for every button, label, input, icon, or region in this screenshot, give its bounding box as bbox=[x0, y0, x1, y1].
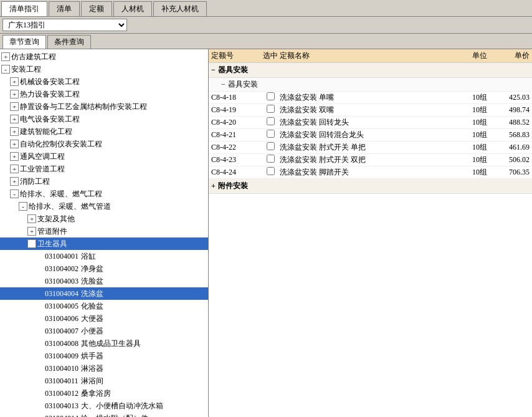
data-row-0[interactable]: C8-4-18洗涤盆安装 单嘴10组425.03 bbox=[209, 92, 532, 104]
tree-label-xiaobian: 小便器 bbox=[81, 325, 103, 337]
expander-zhineng[interactable]: + bbox=[10, 127, 19, 136]
section-expander-1[interactable]: + bbox=[211, 181, 216, 191]
tree-item-jixie[interactable]: +机械设备安装工程 bbox=[0, 75, 208, 88]
tree-label-jingshen: 净身盆 bbox=[81, 263, 103, 274]
tree-code-linyujian: 031004011 bbox=[45, 375, 78, 386]
expander-fujian[interactable]: + bbox=[27, 227, 36, 236]
data-row-5[interactable]: C8-4-23洗涤盆安装 肘式开关 双把10组506.02 bbox=[209, 154, 532, 166]
tree-code-bianchangxiang: 031004013 bbox=[45, 400, 78, 411]
sub-expander-0-0[interactable]: − bbox=[221, 80, 226, 89]
tree-code-xidi: 031004004 bbox=[45, 288, 78, 299]
tree-item-linyujian[interactable]: 031004011淋浴间 bbox=[0, 375, 208, 387]
row-unit-2: 10组 bbox=[467, 117, 492, 128]
tree-item-xiaofang[interactable]: +消防工程 bbox=[0, 175, 208, 188]
tree-code-xilian: 031004003 bbox=[45, 276, 78, 287]
tree-item-paishui[interactable]: -给排水、采暖、燃气工程 bbox=[0, 188, 208, 200]
tree-item-zhijia[interactable]: +支架及其他 bbox=[0, 213, 208, 225]
province-select[interactable]: 广东13指引 bbox=[2, 19, 127, 31]
section-header-0[interactable]: −器具安装 bbox=[209, 63, 532, 78]
tab-qingdan[interactable]: 清单 bbox=[49, 1, 80, 16]
tree-item-huayan[interactable]: 031004005化验盆 bbox=[0, 300, 208, 312]
row-checkbox-0[interactable] bbox=[261, 92, 280, 103]
data-row-2[interactable]: C8-4-20洗涤盆安装 回转龙头10组488.52 bbox=[209, 117, 532, 129]
expander-jixie[interactable]: + bbox=[10, 77, 19, 86]
tree-label-zidonghua: 自动化控制仪表安装工程 bbox=[20, 138, 102, 150]
tree-item-zhineng[interactable]: +建筑智能化工程 bbox=[0, 125, 208, 138]
tab-buchong-rencaiji[interactable]: 补充人材机 bbox=[153, 1, 207, 16]
expander-weisheng[interactable]: - bbox=[27, 239, 36, 248]
header-price: 单价 bbox=[492, 50, 530, 61]
expander-xiaofang[interactable]: + bbox=[10, 177, 19, 186]
tree-item-xilian[interactable]: 031004003洗脸盆 bbox=[0, 275, 208, 287]
row-checkbox-3[interactable] bbox=[261, 130, 280, 140]
tree-item-jingzhi[interactable]: +静置设备与工艺金属结构制作安装工程 bbox=[0, 100, 208, 113]
tree-item-fanggu[interactable]: +仿古建筑工程 bbox=[0, 50, 208, 63]
expander-reli[interactable]: + bbox=[10, 90, 19, 98]
tree-item-weisheng[interactable]: -卫生器具 bbox=[0, 237, 208, 250]
row-checkbox-4[interactable] bbox=[261, 142, 280, 153]
tree-code-dabian: 031004006 bbox=[45, 313, 78, 324]
tree-item-bianchangxiang[interactable]: 031004013大、小便槽自动冲洗水箱 bbox=[0, 400, 208, 412]
section-header-1[interactable]: +附件安装 bbox=[209, 179, 532, 194]
data-row-4[interactable]: C8-4-22洗涤盆安装 肘式开关 单把10组461.69 bbox=[209, 141, 532, 154]
tab-rencaiji[interactable]: 人材机 bbox=[113, 1, 152, 16]
tree-item-qita[interactable]: 031004008其他成品卫生器具 bbox=[0, 337, 208, 350]
row-code-1: C8-4-19 bbox=[211, 105, 261, 115]
tab-dinge[interactable]: 定额 bbox=[81, 1, 112, 16]
tree-code-jingshen: 031004002 bbox=[45, 263, 78, 274]
expander-paishui[interactable]: - bbox=[10, 189, 19, 198]
expander-gongye[interactable]: + bbox=[10, 165, 19, 173]
row-checkbox-5[interactable] bbox=[261, 155, 280, 165]
tree-item-xiaobian[interactable]: 031004007小便器 bbox=[0, 325, 208, 337]
tree-label-paishui: 给排水、采暖、燃气工程 bbox=[20, 188, 102, 199]
row-checkbox-1[interactable] bbox=[261, 105, 280, 115]
expander-guandao[interactable]: - bbox=[19, 202, 27, 211]
expander-zidonghua[interactable]: + bbox=[10, 140, 19, 148]
province-row: 广东13指引 bbox=[0, 17, 532, 34]
tree-item-dianqi[interactable]: +电气设备安装工程 bbox=[0, 113, 208, 125]
tree-item-guandao[interactable]: -给排水、采暖、燃气管道 bbox=[0, 200, 208, 213]
expander-dianqi[interactable]: + bbox=[10, 115, 19, 123]
tree-item-reli[interactable]: +热力设备安装工程 bbox=[0, 88, 208, 100]
tree-item-sangna[interactable]: 031004012桑拿浴房 bbox=[0, 387, 208, 400]
tree-label-yugong: 浴缸 bbox=[81, 251, 96, 262]
tree-item-gongye[interactable]: +工业管道工程 bbox=[0, 163, 208, 175]
expander-fanggu[interactable]: + bbox=[1, 52, 10, 61]
row-unit-1: 10组 bbox=[467, 105, 492, 115]
tree-item-hongshou[interactable]: 031004009烘手器 bbox=[0, 350, 208, 362]
row-code-2: C8-4-20 bbox=[211, 118, 261, 127]
row-code-6: C8-4-24 bbox=[211, 168, 261, 177]
tab-chapter-search[interactable]: 章节查询 bbox=[2, 35, 46, 49]
tree-item-linyuqi[interactable]: 031004010淋浴器 bbox=[0, 362, 208, 375]
expander-jingzhi[interactable]: + bbox=[10, 102, 19, 111]
tree-item-peijian[interactable]: 031004014给、排水附（配）件 bbox=[0, 412, 208, 417]
tree-item-anzhuang[interactable]: -安装工程 bbox=[0, 63, 208, 75]
expander-zhijia[interactable]: + bbox=[27, 214, 36, 223]
tree-label-fujian: 管道附件 bbox=[37, 226, 67, 237]
tree-item-zidonghua[interactable]: +自动化控制仪表安装工程 bbox=[0, 138, 208, 150]
data-row-1[interactable]: C8-4-19洗涤盆安装 双嘴10组498.74 bbox=[209, 104, 532, 117]
tree-item-jingshen[interactable]: 031004002净身盆 bbox=[0, 262, 208, 275]
expander-kongtiao[interactable]: + bbox=[10, 152, 19, 161]
sub-section-header-0-0[interactable]: −器具安装 bbox=[209, 78, 532, 92]
tree-container: +仿古建筑工程-安装工程+机械设备安装工程+热力设备安装工程+静置设备与工艺金属… bbox=[0, 49, 208, 417]
tree-label-peijian: 给、排水附（配）件 bbox=[81, 413, 148, 417]
row-checkbox-6[interactable] bbox=[261, 167, 280, 178]
tab-condition-search[interactable]: 条件查询 bbox=[47, 35, 91, 49]
tab-qingdan-zhiyin[interactable]: 清单指引 bbox=[1, 1, 47, 16]
data-row-3[interactable]: C8-4-21洗涤盆安装 回转混合龙头10组568.83 bbox=[209, 129, 532, 141]
tree-label-xilian: 洗脸盆 bbox=[81, 276, 103, 287]
data-row-6[interactable]: C8-4-24洗涤盆安装 脚踏开关10组706.35 bbox=[209, 166, 532, 179]
expander-anzhuang[interactable]: - bbox=[1, 65, 10, 74]
tree-label-zhijia: 支架及其他 bbox=[37, 213, 75, 224]
row-code-3: C8-4-21 bbox=[211, 130, 261, 140]
tree-item-kongtiao[interactable]: +通风空调工程 bbox=[0, 150, 208, 163]
tree-item-dabian[interactable]: 031004006大便器 bbox=[0, 312, 208, 325]
tree-item-yugong[interactable]: 031004001浴缸 bbox=[0, 250, 208, 262]
row-checkbox-2[interactable] bbox=[261, 117, 280, 128]
row-unit-5: 10组 bbox=[467, 155, 492, 165]
tree-item-xidi[interactable]: 031004004洗涤盆 bbox=[0, 287, 208, 300]
tree-item-fujian[interactable]: +管道附件 bbox=[0, 225, 208, 237]
tree-label-jixie: 机械设备安装工程 bbox=[20, 76, 80, 87]
section-expander-0[interactable]: − bbox=[211, 65, 216, 75]
